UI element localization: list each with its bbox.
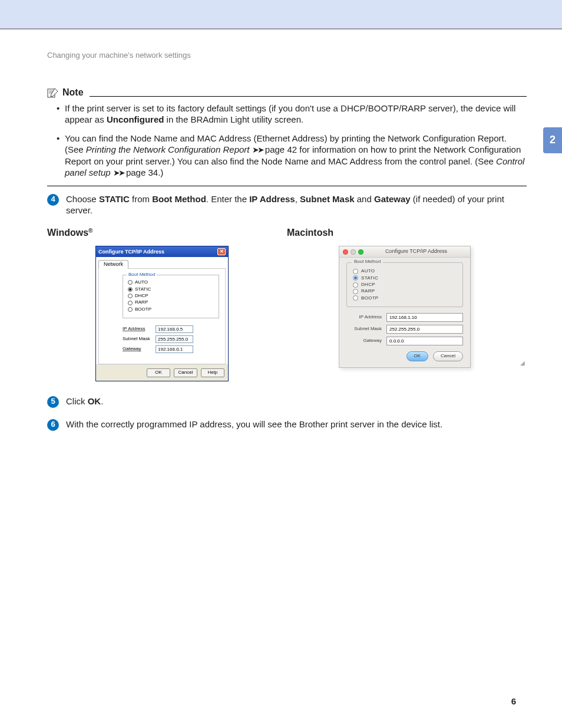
boot-method-fieldset: Boot Method AUTO STATIC DHCP RARP BOOTP — [346, 262, 463, 307]
text: page 34.) — [124, 167, 164, 177]
text: . — [101, 396, 103, 406]
text-bold: Boot Method — [152, 194, 206, 204]
arrows-icon: ➤➤ — [252, 145, 263, 154]
page-header-text: Changing your machine's network settings — [47, 51, 527, 61]
radio-label: RARP — [135, 299, 148, 305]
step-6: 6 With the correctly programmed IP addre… — [47, 419, 527, 431]
text: , — [295, 194, 300, 204]
radio-label: DHCP — [135, 293, 148, 299]
resize-handle-icon[interactable]: ◢ — [520, 359, 525, 367]
macintosh-title: Macintosh — [287, 227, 527, 239]
gateway-input[interactable] — [386, 337, 463, 345]
cancel-button[interactable]: Cancel — [174, 368, 197, 377]
radio-label: RARP — [361, 288, 375, 294]
subnet-mask-input[interactable] — [156, 335, 193, 343]
radio-label: STATIC — [361, 275, 378, 281]
boot-method-fieldset: Boot Method AUTO STATIC DHCP RARP BOOTP — [123, 275, 219, 318]
bullet-dot: • — [57, 133, 65, 179]
radio-label: STATIC — [135, 286, 151, 292]
radio-static[interactable]: STATIC — [353, 275, 457, 281]
text-bold: Subnet Mask — [300, 194, 355, 204]
subnet-label: Subnet Mask — [123, 336, 156, 342]
text-bold: STATIC — [99, 194, 130, 204]
text-bold: IP Address — [249, 194, 295, 204]
ip-label: IP Address — [346, 314, 382, 320]
boot-method-legend: Boot Method — [127, 272, 157, 278]
page-content: Changing your machine's network settings… — [0, 29, 562, 431]
mac-dialog: Configure TCP/IP Address Boot Method AUT… — [339, 246, 471, 367]
traffic-light-zoom-icon[interactable] — [358, 249, 363, 255]
step-number-badge: 6 — [47, 419, 59, 431]
note-rule — [90, 96, 527, 97]
text: . Enter the — [206, 194, 249, 204]
text: Choose — [66, 194, 99, 204]
subnet-mask-input[interactable] — [386, 325, 463, 334]
ip-label: IP Address — [123, 326, 156, 332]
macintosh-column: Macintosh Configure TCP/IP Address Boot … — [287, 227, 527, 381]
ip-address-input[interactable] — [156, 325, 193, 333]
windows-titlebar[interactable]: Configure TCP/IP Address ✕ — [96, 246, 228, 257]
radio-label: BOOTP — [135, 307, 151, 312]
text: from — [130, 194, 152, 204]
text: With the correctly programmed IP address… — [66, 419, 442, 429]
cancel-button[interactable]: Cancel — [433, 351, 463, 361]
gateway-input[interactable] — [156, 345, 193, 353]
ok-button[interactable]: OK — [406, 351, 429, 361]
gateway-label: Gateway — [123, 346, 156, 352]
page-number: 6 — [511, 696, 516, 707]
text-bold: OK — [88, 396, 101, 406]
mac-dialog-title: Configure TCP/IP Address — [366, 248, 467, 255]
traffic-light-minimize-icon[interactable] — [351, 249, 356, 255]
step-number-badge: 5 — [47, 396, 59, 408]
radio-static[interactable]: STATIC — [128, 286, 214, 292]
arrows-icon: ➤➤ — [113, 168, 124, 177]
note-block: Note • If the print server is set to its… — [47, 87, 527, 186]
radio-auto[interactable]: AUTO — [353, 268, 457, 274]
gateway-label: Gateway — [346, 338, 382, 344]
radio-rarp[interactable]: RARP — [128, 299, 214, 305]
windows-column: Windows® Configure TCP/IP Address ✕ Netw… — [47, 227, 287, 381]
windows-dialog-title: Configure TCP/IP Address — [98, 249, 164, 256]
text-bold: Gateway — [374, 194, 411, 204]
note-icon — [47, 87, 59, 98]
text: Click — [66, 396, 88, 406]
tab-network[interactable]: Network — [98, 260, 128, 269]
reference-link[interactable]: Printing the Network Configuration Repor… — [86, 144, 250, 154]
page-top-band — [0, 0, 562, 29]
ok-button[interactable]: OK — [147, 368, 170, 377]
text: in the BRAdmin Light utility screen. — [164, 114, 303, 124]
note-separator — [47, 186, 527, 186]
step-4: 4 Choose STATIC from Boot Method. Enter … — [47, 193, 527, 216]
radio-dhcp[interactable]: DHCP — [353, 282, 457, 288]
step-number-badge: 4 — [47, 194, 59, 206]
subnet-label: Subnet Mask — [346, 326, 382, 332]
chapter-side-tab: 2 — [543, 127, 562, 153]
radio-label: AUTO — [135, 279, 148, 285]
note-bullet-2: • You can find the Node Name and MAC Add… — [57, 133, 527, 179]
close-icon[interactable]: ✕ — [217, 248, 226, 255]
os-screenshots-row: Windows® Configure TCP/IP Address ✕ Netw… — [47, 227, 527, 381]
radio-label: DHCP — [361, 282, 375, 288]
radio-auto[interactable]: AUTO — [128, 279, 214, 285]
radio-dhcp[interactable]: DHCP — [128, 293, 214, 299]
radio-bootp[interactable]: BOOTP — [128, 307, 214, 312]
radio-bootp[interactable]: BOOTP — [353, 295, 457, 301]
radio-label: BOOTP — [361, 295, 379, 301]
boot-method-legend: Boot Method — [352, 259, 383, 265]
ip-address-input[interactable] — [386, 313, 463, 322]
text-bold: Unconfigured — [107, 114, 164, 124]
help-button[interactable]: Help — [201, 368, 224, 377]
registered-symbol: ® — [88, 228, 92, 234]
bullet-dot: • — [57, 103, 65, 126]
radio-label: AUTO — [361, 268, 375, 274]
radio-rarp[interactable]: RARP — [353, 288, 457, 294]
note-title: Note — [62, 87, 84, 99]
note-bullet-1: • If the print server is set to its fact… — [57, 103, 527, 126]
text: and — [355, 194, 374, 204]
traffic-light-close-icon[interactable] — [343, 249, 348, 255]
windows-dialog: Configure TCP/IP Address ✕ Network Boot … — [95, 246, 229, 381]
mac-titlebar[interactable]: Configure TCP/IP Address — [339, 246, 470, 258]
step-5: 5 Click OK. — [47, 396, 527, 408]
windows-title: Windows — [47, 228, 88, 238]
